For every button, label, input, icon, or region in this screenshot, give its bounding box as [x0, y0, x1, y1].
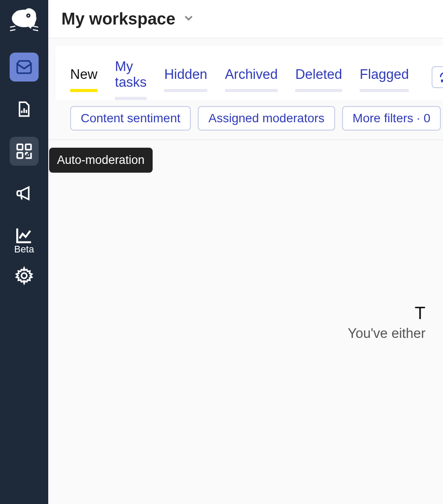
tab-my-tasks[interactable]: My tasks: [115, 59, 146, 100]
nav-analytics[interactable]: [10, 221, 39, 250]
tab-archived[interactable]: Archived: [225, 67, 278, 92]
refresh-button[interactable]: [432, 66, 443, 88]
svg-point-7: [21, 273, 27, 278]
gear-icon: [15, 266, 33, 285]
empty-heading: T: [415, 303, 425, 323]
tab-flagged[interactable]: Flagged: [360, 67, 409, 92]
logo-icon: [7, 4, 42, 39]
tab-deleted[interactable]: Deleted: [295, 67, 342, 92]
filter-sentiment[interactable]: Content sentiment: [70, 106, 191, 131]
line-chart-icon: [15, 226, 33, 245]
tab-new[interactable]: New: [70, 67, 97, 92]
nav-settings[interactable]: [10, 261, 39, 290]
main: My workspace New My tasks Hidden Archive…: [48, 0, 443, 504]
inbox-icon: [15, 58, 33, 76]
document-chart-icon: [15, 100, 33, 118]
content-card: New My tasks Hidden Archived Deleted Fla…: [55, 46, 443, 100]
filters-row: Content sentiment Assigned moderators Mo…: [48, 100, 443, 140]
svg-rect-6: [17, 153, 22, 158]
refresh-icon: [439, 71, 443, 83]
qr-icon: [15, 142, 33, 160]
svg-rect-4: [17, 144, 22, 149]
nav-auto-moderation[interactable]: [10, 137, 39, 166]
svg-rect-5: [26, 144, 31, 149]
megaphone-icon: [15, 184, 33, 202]
nav-reports[interactable]: [10, 95, 39, 124]
empty-subtext: You've either: [348, 326, 425, 341]
filter-assigned[interactable]: Assigned moderators: [198, 106, 335, 131]
chevron-down-icon[interactable]: [182, 11, 195, 26]
tooltip-auto-moderation: Auto-moderation: [49, 148, 153, 173]
nav-inbox[interactable]: [10, 53, 39, 82]
svg-point-1: [12, 10, 36, 27]
sidebar: Beta: [0, 0, 48, 504]
workspace-title[interactable]: My workspace: [61, 10, 175, 28]
empty-state: T You've either: [48, 140, 443, 504]
header: My workspace: [48, 0, 443, 39]
tab-hidden[interactable]: Hidden: [164, 67, 207, 92]
tabs-row: New My tasks Hidden Archived Deleted Fla…: [55, 46, 443, 100]
filter-more[interactable]: More filters · 0: [342, 106, 441, 131]
nav-announcements[interactable]: [10, 179, 39, 208]
svg-point-3: [28, 15, 29, 16]
logo[interactable]: [7, 4, 42, 39]
